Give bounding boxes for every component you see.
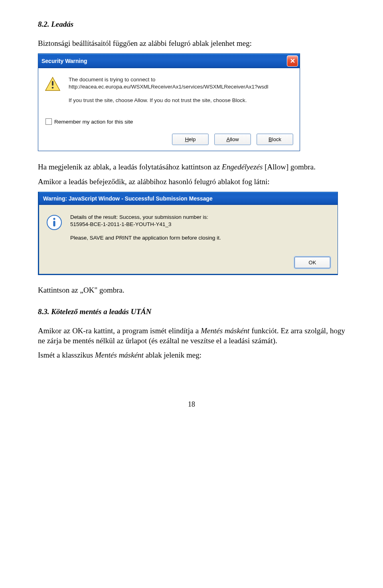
ok-label: OK	[309, 260, 316, 265]
heading-8-2: 8.2. Leadás	[38, 20, 345, 29]
remember-label: Remember my action for this site	[54, 119, 133, 125]
allow-button[interactable]: Allow	[214, 134, 251, 145]
svg-rect-1	[52, 81, 53, 86]
after-dialog1-line1: Ha megjelenik az ablak, a leadás folytat…	[38, 162, 345, 172]
click-ok-paragraph: Kattintson az „OK" gombra.	[38, 285, 345, 295]
close-button[interactable]	[287, 55, 298, 67]
paragraph-after-8-3: Amikor az OK-ra kattint, a program ismét…	[38, 326, 345, 346]
remember-checkbox[interactable]	[45, 118, 52, 125]
dialog2-submission-number: 515954-BCE-1-2011-1-BE-YOUTH-Y41_3	[70, 221, 172, 227]
block-button[interactable]: Block	[257, 134, 293, 145]
svg-point-2	[52, 87, 54, 88]
dialog-titlebar[interactable]: Security Warning	[38, 54, 300, 68]
intro-paragraph: Biztonsági beállításaitól függően az alá…	[38, 39, 345, 49]
after-dialog1-line2: Amikor a leadás befejeződik, az alábbiho…	[38, 177, 345, 187]
warning-icon	[45, 87, 61, 93]
dialog-body: The document is trying to connect to htt…	[38, 68, 300, 151]
heading-8-3: 8.3. Kötelező mentés a leadás UTÁN	[38, 307, 345, 316]
dialog-title: Security Warning	[41, 58, 87, 64]
paragraph-saveas: Ismét a klasszikus Mentés másként ablak …	[38, 350, 345, 360]
security-warning-dialog: Security Warning	[38, 53, 300, 151]
ok-button[interactable]: OK	[294, 257, 330, 268]
dialog-text-line1: The document is trying to connect to	[69, 77, 156, 83]
dialog-text-line3: If you trust the site, choose Allow. If …	[69, 97, 268, 104]
svg-rect-5	[53, 221, 55, 226]
submission-message-dialog: Warning: JavaScript Window - Successful …	[38, 192, 338, 275]
page-number: 18	[38, 400, 345, 409]
close-icon	[290, 58, 295, 64]
svg-point-4	[53, 218, 55, 220]
dialog2-body: Details of the result: Success, your sub…	[39, 205, 338, 274]
help-button[interactable]: Help	[172, 134, 209, 145]
dialog2-title: Warning: JavaScript Window - Successful …	[43, 195, 213, 202]
dialog2-line1: Details of the result: Success, your sub…	[70, 214, 208, 220]
dialog2-titlebar[interactable]: Warning: JavaScript Window - Successful …	[39, 192, 338, 205]
dialog2-line3: Please, SAVE and PRINT the application f…	[70, 234, 221, 242]
info-icon	[46, 225, 62, 232]
dialog-text-url: http://eacea.ec.europa.eu/WSXMLReceiverA…	[69, 84, 268, 90]
